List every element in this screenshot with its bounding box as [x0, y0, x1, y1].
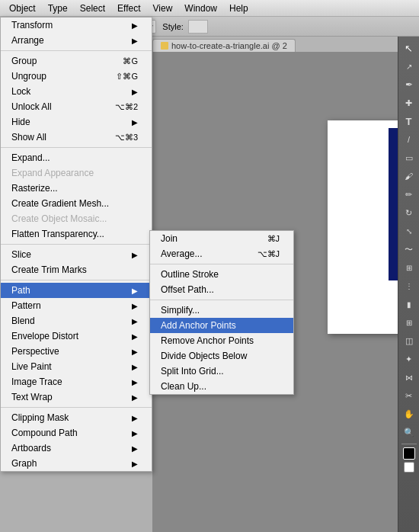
submenu-arrow: ▶ [132, 460, 138, 468]
rect-tool[interactable]: ▭ [401, 149, 417, 166]
menu-item-image-trace[interactable]: Image Trace ▶ [1, 374, 152, 389]
free-transform-tool[interactable]: ⊞ [401, 259, 417, 276]
path-menu-simplify[interactable]: Simplify... [150, 303, 293, 318]
menu-item-graph[interactable]: Graph ▶ [1, 456, 152, 471]
blend-tool[interactable]: ⋈ [401, 369, 417, 386]
menu-help[interactable]: Help [223, 2, 254, 15]
separator [150, 264, 293, 264]
menu-item-trim-marks[interactable]: Create Trim Marks [1, 262, 152, 277]
path-menu-divide-below[interactable]: Divide Objects Below [150, 348, 293, 364]
menu-item-label: Clean Up... [161, 381, 206, 392]
submenu-arrow: ▶ [132, 287, 138, 295]
symbol-sprayer-tool[interactable]: ⋮ [401, 277, 417, 294]
zoom-tool[interactable]: 🔍 [401, 424, 417, 441]
scale-tool[interactable]: ⤡ [401, 223, 417, 239]
menu-item-clipping-mask[interactable]: Clipping Mask ▶ [1, 410, 152, 425]
style-swatch[interactable] [188, 20, 208, 34]
column-graph-tool[interactable]: ▮ [401, 296, 417, 312]
menu-item-rasterize[interactable]: Rasterize... [1, 181, 152, 196]
menu-item-pattern[interactable]: Pattern ▶ [1, 298, 152, 313]
menu-item-slice[interactable]: Slice ▶ [1, 247, 152, 262]
rotate-tool[interactable]: ↻ [401, 204, 417, 221]
menu-item-artboards[interactable]: Artboards ▶ [1, 441, 152, 456]
mesh-tool[interactable]: ⊞ [401, 314, 417, 331]
menu-item-label: Simplify... [161, 305, 200, 316]
menu-item-label: Offset Path... [161, 284, 214, 295]
line-tool[interactable]: / [401, 131, 417, 148]
menu-item-lock[interactable]: Lock ▶ [1, 84, 152, 99]
menu-type[interactable]: Type [42, 2, 74, 15]
warp-tool[interactable]: 〜 [401, 241, 417, 258]
submenu-arrow: ▶ [132, 363, 138, 371]
menu-item-live-paint[interactable]: Live Paint ▶ [1, 359, 152, 374]
menu-view[interactable]: View [147, 2, 179, 15]
menu-item-envelope[interactable]: Envelope Distort ▶ [1, 328, 152, 344]
path-menu-remove-anchor[interactable]: Remove Anchor Points [150, 333, 293, 348]
filename-label: how-to-create-a-triangle.ai @ 2 [171, 41, 287, 50]
menu-item-label: Remove Anchor Points [161, 335, 254, 346]
scissors-tool[interactable]: ✂ [401, 387, 417, 404]
separator [1, 50, 152, 51]
menu-item-object-mosaic[interactable]: Create Object Mosaic... [1, 211, 152, 226]
hand-tool[interactable]: ✋ [401, 405, 417, 422]
menu-item-label: Average... [161, 248, 202, 259]
pen-tool[interactable]: ✒ [401, 76, 417, 93]
menu-item-label: Pattern [11, 300, 41, 311]
menu-item-expand-appearance[interactable]: Expand Appearance [1, 165, 152, 181]
file-tab[interactable]: how-to-create-a-triangle.ai @ 2 [152, 39, 296, 52]
menu-item-show-all[interactable]: Show All ⌥⌘3 [1, 130, 152, 145]
menu-item-compound-path[interactable]: Compound Path ▶ [1, 425, 152, 441]
path-menu-clean-up[interactable]: Clean Up... [150, 379, 293, 394]
pencil-tool[interactable]: ✏ [401, 186, 417, 203]
menu-item-text-wrap[interactable]: Text Wrap ▶ [1, 389, 152, 405]
shortcut-label: ⌥⌘2 [115, 102, 138, 112]
menu-item-unlock-all[interactable]: Unlock All ⌥⌘2 [1, 99, 152, 114]
menu-item-label: Expand Appearance [11, 168, 94, 178]
menu-item-label: Artboards [11, 443, 51, 453]
direct-select-tool[interactable]: ↗ [401, 58, 417, 75]
menu-item-arrange[interactable]: Arrange ▶ [1, 33, 152, 48]
submenu-arrow: ▶ [132, 317, 138, 325]
menu-item-label: Create Object Mosaic... [11, 213, 107, 224]
path-menu-offset-path[interactable]: Offset Path... [150, 282, 293, 297]
path-menu-split-grid[interactable]: Split Into Grid... [150, 364, 293, 379]
menu-effect[interactable]: Effect [111, 2, 146, 15]
submenu-arrow: ▶ [132, 414, 138, 422]
menu-item-label: Add Anchor Points [161, 320, 236, 331]
menu-item-ungroup[interactable]: Ungroup ⇧⌘G [1, 69, 152, 84]
menu-item-expand[interactable]: Expand... [1, 150, 152, 165]
menu-item-transform[interactable]: Transform ▶ [1, 18, 152, 33]
menu-object[interactable]: Object [3, 2, 42, 15]
menu-item-label: Rasterize... [11, 183, 58, 194]
stroke-color-swatch[interactable] [404, 462, 414, 473]
menu-item-label: Expand... [11, 152, 50, 163]
menu-item-perspective[interactable]: Perspective ▶ [1, 344, 152, 359]
add-anchor-tool[interactable]: ✚ [401, 95, 417, 111]
menu-select[interactable]: Select [74, 2, 111, 15]
menu-item-blend[interactable]: Blend ▶ [1, 313, 152, 328]
path-menu-average[interactable]: Average... ⌥⌘J [150, 246, 293, 261]
paintbrush-tool[interactable]: 🖌 [401, 168, 417, 184]
type-tool[interactable]: T [401, 113, 417, 130]
menu-item-gradient-mesh[interactable]: Create Gradient Mesh... [1, 196, 152, 211]
path-menu-outline-stroke[interactable]: Outline Stroke [150, 267, 293, 282]
menu-item-path[interactable]: Path ▶ [1, 283, 152, 298]
menu-item-group[interactable]: Group ⌘G [1, 53, 152, 69]
gradient-tool[interactable]: ◫ [401, 332, 417, 349]
menu-item-label: Create Trim Marks [11, 264, 87, 275]
menu-item-label: Text Wrap [11, 392, 53, 402]
eyedropper-tool[interactable]: ✦ [401, 351, 417, 367]
fill-color-swatch[interactable] [403, 447, 415, 460]
menu-item-flatten[interactable]: Flatten Transparency... [1, 226, 152, 242]
menu-item-label: Graph [11, 458, 37, 469]
menu-item-label: Path [11, 285, 30, 296]
menu-item-label: Hide [11, 117, 30, 127]
menu-window[interactable]: Window [178, 2, 223, 15]
submenu-arrow: ▶ [132, 88, 138, 96]
separator [1, 147, 152, 148]
menu-item-hide[interactable]: Hide ▶ [1, 114, 152, 130]
path-menu-join[interactable]: Join ⌘J [150, 231, 293, 246]
path-menu-add-anchor[interactable]: Add Anchor Points [150, 318, 293, 333]
select-tool[interactable]: ↖ [401, 40, 417, 56]
path-submenu: Join ⌘J Average... ⌥⌘J Outline Stroke Of… [149, 230, 294, 395]
